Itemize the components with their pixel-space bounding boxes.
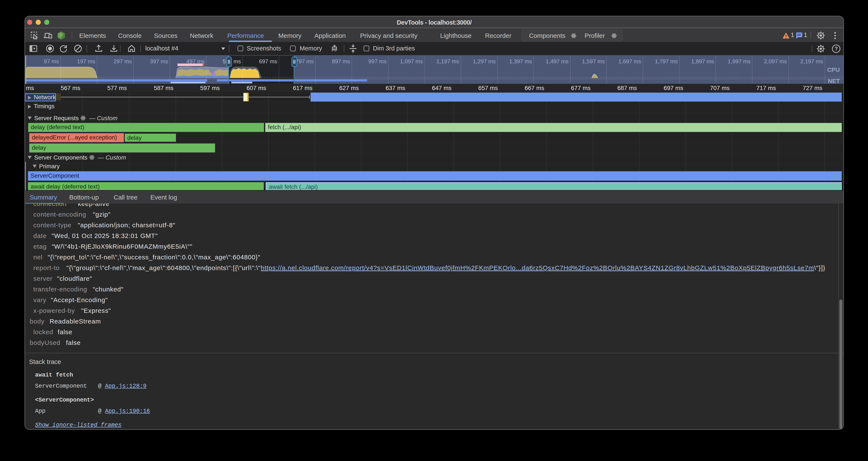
svg-text:2,097 ms: 2,097 ms (764, 58, 787, 64)
svg-text:397 ms: 397 ms (150, 58, 168, 64)
svg-text:997 ms: 997 ms (368, 58, 386, 64)
svg-text:1,297 ms: 1,297 ms (473, 58, 496, 64)
svg-text:297 ms: 297 ms (114, 58, 132, 64)
svg-text:1,797 ms: 1,797 ms (655, 58, 678, 64)
svg-text:897 ms: 897 ms (332, 58, 350, 64)
svg-text:?: ? (835, 46, 838, 52)
svg-text:797 ms: 797 ms (296, 58, 314, 64)
svg-text:497 ms: 497 ms (186, 58, 205, 64)
svg-text:1,897 ms: 1,897 ms (691, 58, 714, 64)
svg-text:CPU: CPU (827, 66, 840, 73)
svg-text:1,097 ms: 1,097 ms (400, 58, 423, 64)
svg-text:1,497 ms: 1,497 ms (546, 58, 568, 64)
svg-text:97 ms: 97 ms (44, 58, 59, 64)
svg-text:1,397 ms: 1,397 ms (509, 58, 532, 64)
svg-text:2,197 ms: 2,197 ms (800, 58, 823, 64)
svg-text:197 ms: 197 ms (77, 58, 95, 64)
svg-text:697 ms: 697 ms (259, 58, 277, 64)
svg-text:1,197 ms: 1,197 ms (436, 58, 459, 64)
svg-text:1,597 ms: 1,597 ms (582, 58, 605, 64)
svg-text:1,697 ms: 1,697 ms (618, 58, 641, 64)
svg-text:1,997 ms: 1,997 ms (728, 58, 750, 64)
svg-text:NET: NET (828, 78, 840, 84)
